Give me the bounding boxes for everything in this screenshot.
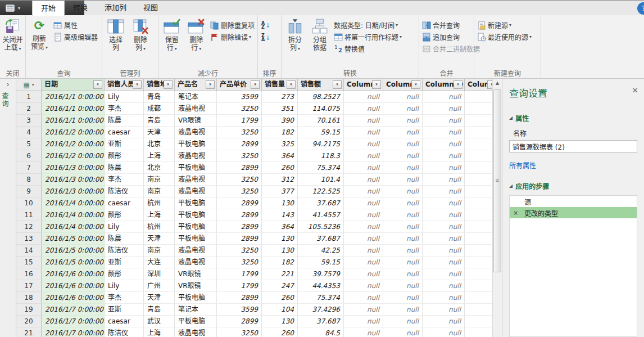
filter-icon[interactable]: ▾ <box>372 80 381 89</box>
table-cell[interactable]: 平板电脑 <box>175 197 217 209</box>
table-cell[interactable]: null <box>344 127 383 138</box>
table-cell[interactable]: 南京 <box>144 245 175 257</box>
table-cell[interactable]: null <box>344 221 383 233</box>
table-cell[interactable]: 3599 <box>217 91 262 103</box>
table-cell[interactable]: 377 <box>262 186 298 197</box>
queries-pane-collapsed[interactable]: › 查询 <box>0 79 16 337</box>
table-cell[interactable]: 陈晨 <box>105 115 144 127</box>
table-cell[interactable]: 3250 <box>217 127 262 138</box>
table-cell[interactable]: Lily <box>105 221 144 233</box>
table-cell[interactable]: null <box>423 221 465 233</box>
table-cell[interactable]: 2016/1/4 0:00:00 <box>42 197 105 209</box>
refresh-preview-button[interactable]: ⟳ 刷新 预览▾ <box>27 17 52 52</box>
table-cell[interactable]: 液晶电视 <box>175 127 217 138</box>
table-cell[interactable]: null <box>383 221 423 233</box>
append-queries-button[interactable]: 追加查询 <box>420 31 482 43</box>
merge-queries-button[interactable]: 合并查询 <box>420 19 482 31</box>
table-cell[interactable]: 75.374 <box>298 292 344 304</box>
table-cell[interactable]: null <box>344 138 383 150</box>
row-number[interactable]: 18 <box>16 292 42 304</box>
table-cell[interactable]: 1799 <box>217 268 262 280</box>
sort-ascending-button[interactable]: A Z ↓ <box>259 19 273 32</box>
filter-icon[interactable]: ▾ <box>453 80 462 89</box>
table-cell[interactable]: 北京 <box>144 138 175 150</box>
table-cell[interactable]: null <box>383 115 423 127</box>
table-cell[interactable]: null <box>383 138 423 150</box>
table-cell[interactable]: null <box>344 327 383 337</box>
ribbon-tab-4[interactable]: 视图 <box>135 1 166 16</box>
table-cell[interactable]: 笔记本 <box>175 304 217 316</box>
table-cell[interactable]: 2016/1/2 0:00:00 <box>42 138 105 150</box>
table-cell[interactable]: 42.25 <box>298 245 344 257</box>
row-number[interactable]: 16 <box>16 268 42 280</box>
table-cell[interactable]: 颜彤 <box>105 150 144 162</box>
filter-icon[interactable]: ▾ <box>93 80 102 89</box>
table-cell[interactable]: 液晶电视 <box>175 103 217 115</box>
table-cell[interactable]: null <box>383 268 423 280</box>
split-column-button[interactable]: 拆分 列▾ <box>283 17 307 53</box>
filter-icon[interactable]: ▾ <box>206 80 215 89</box>
table-cell[interactable]: 101.4 <box>298 174 344 186</box>
remove-columns-button[interactable]: 删除 列▾ <box>128 17 153 53</box>
table-cell[interactable]: null <box>383 162 423 174</box>
table-cell[interactable]: null <box>344 162 383 174</box>
table-cell[interactable]: 液晶电视 <box>175 327 217 337</box>
table-cell[interactable]: 2016/1/5 0:00:00 <box>42 233 105 245</box>
row-number[interactable]: 5 <box>16 138 42 150</box>
table-cell[interactable]: 143 <box>262 209 298 221</box>
applied-step[interactable]: 源 <box>510 196 637 207</box>
table-cell[interactable]: null <box>383 174 423 186</box>
table-cell[interactable]: null <box>423 209 465 221</box>
table-cell[interactable]: 平板电脑 <box>175 316 217 327</box>
keep-rows-button[interactable]: 保留 行▾ <box>160 17 184 53</box>
table-cell[interactable]: 130 <box>262 245 298 257</box>
table-cell[interactable]: 2016/1/7 0:00:00 <box>42 327 105 337</box>
column-header[interactable]: 日期▾ <box>42 79 105 91</box>
table-cell[interactable]: 130 <box>262 197 298 209</box>
table-cell[interactable]: 李杰 <box>105 103 144 115</box>
expand-pane-icon[interactable]: › <box>0 79 16 90</box>
table-cell[interactable]: 2899 <box>217 138 262 150</box>
table-cell[interactable]: null <box>423 316 465 327</box>
row-number[interactable]: 7 <box>16 162 42 174</box>
table-cell[interactable]: 2899 <box>217 316 262 327</box>
table-cell[interactable]: 2016/1/1 0:00:00 <box>42 103 105 115</box>
table-cell[interactable]: 南京 <box>144 186 175 197</box>
table-cell[interactable]: 182 <box>262 257 298 268</box>
table-cell[interactable]: 2016/1/2 0:00:00 <box>42 150 105 162</box>
table-cell[interactable]: caesar <box>105 127 144 138</box>
table-cell[interactable]: 2899 <box>217 162 262 174</box>
properties-button[interactable]: 属性 <box>52 19 99 31</box>
table-cell[interactable]: 平板电脑 <box>175 138 217 150</box>
table-cell[interactable]: 2899 <box>217 221 262 233</box>
row-number[interactable]: 4 <box>16 127 42 138</box>
help-icon[interactable]: ? <box>637 2 644 15</box>
table-cell[interactable]: 杭州 <box>144 221 175 233</box>
row-number[interactable]: 15 <box>16 257 42 268</box>
table-cell[interactable]: null <box>344 292 383 304</box>
data-type-button[interactable]: 数据类型: 日期/时间 ▾ <box>332 19 403 31</box>
scrollbar-thumb[interactable]: ≡ <box>493 89 501 272</box>
table-cell[interactable]: 44.4353 <box>298 280 344 292</box>
table-cell[interactable]: 2016/1/6 0:00:00 <box>42 280 105 292</box>
table-cell[interactable]: 液晶电视 <box>175 174 217 186</box>
table-cell[interactable]: null <box>344 209 383 221</box>
table-cell[interactable]: 2016/1/1 0:00:00 <box>42 115 105 127</box>
table-cell[interactable]: null <box>423 103 465 115</box>
table-cell[interactable]: 3250 <box>217 103 262 115</box>
replace-values-button[interactable]: 1 2 替换值 <box>332 43 403 55</box>
table-cell[interactable]: 94.2175 <box>298 138 344 150</box>
filter-icon[interactable]: ▾ <box>133 80 142 89</box>
table-cell[interactable]: 天津 <box>144 292 175 304</box>
table-cell[interactable]: 260 <box>262 292 298 304</box>
table-cell[interactable]: 液晶电视 <box>175 257 217 268</box>
table-cell[interactable]: 液晶电视 <box>175 245 217 257</box>
row-number[interactable]: 17 <box>16 280 42 292</box>
table-cell[interactable]: null <box>383 280 423 292</box>
table-cell[interactable]: null <box>383 186 423 197</box>
table-cell[interactable]: 2016/1/3 0:00:00 <box>42 186 105 197</box>
row-number[interactable]: 12 <box>16 221 42 233</box>
table-cell[interactable]: 221 <box>262 268 298 280</box>
table-cell[interactable]: null <box>423 91 465 103</box>
filter-icon[interactable]: ▾ <box>251 80 260 89</box>
